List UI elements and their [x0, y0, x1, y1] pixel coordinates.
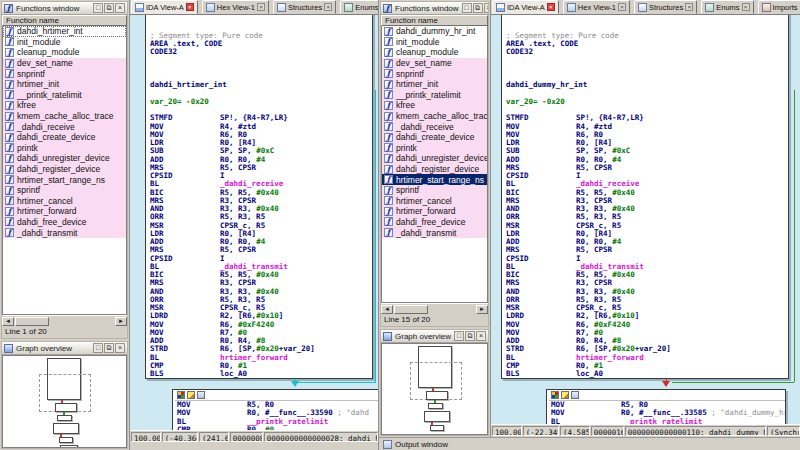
function-list-item[interactable]: ƒ _dahdi_receive [3, 121, 126, 132]
functions-window-titlebar[interactable]: ƒ Functions window □ ⧉ × [2, 2, 127, 15]
function-list-item[interactable]: ƒ kfree [382, 100, 487, 111]
node-titlebar[interactable] [549, 391, 785, 401]
output-window-tab[interactable]: Output window [379, 437, 800, 450]
function-list-item[interactable]: ƒ hrtimer_init [382, 79, 487, 90]
function-list-item[interactable]: ƒ dahdi_register_device [3, 164, 126, 175]
graph-overview-canvas[interactable] [2, 355, 127, 448]
function-list-item[interactable]: ƒ hrtimer_start_range_ns [382, 174, 487, 185]
function-list-item[interactable]: ƒ snprintf [3, 68, 126, 79]
node-color-icon[interactable] [551, 391, 559, 399]
graph-overview-titlebar[interactable]: Graph overview □ ⧉ × [381, 330, 488, 343]
graph-overview-canvas[interactable] [381, 343, 488, 435]
function-list-item[interactable]: ƒ kmem_cache_alloc_trace [382, 111, 487, 122]
function-list-item[interactable]: ƒ dev_set_name [382, 58, 487, 69]
view-tab[interactable]: IDA View-A × [131, 0, 198, 14]
function-name-column-header[interactable]: Function name [381, 15, 488, 26]
close-button[interactable]: × [484, 3, 488, 13]
function-list-item[interactable]: ƒ dahdi_hrtimer_int [3, 26, 126, 37]
function-list-item[interactable]: ƒ dahdi_free_device [3, 217, 126, 228]
tab-close-icon[interactable]: × [186, 3, 194, 11]
maximize-button[interactable]: □ [454, 331, 464, 341]
function-list-item[interactable]: ƒ dev_set_name [3, 58, 126, 69]
function-list-item[interactable]: ƒ cleanup_module [382, 47, 487, 58]
basic-block-node[interactable]: MOVR5, R0 MOVR0, #__func__.33585 ; "dahd… [546, 389, 786, 424]
function-list-item[interactable]: ƒ hrtimer_forward [3, 206, 126, 217]
function-list-item[interactable]: ƒ init_module [382, 37, 487, 48]
view-tab[interactable]: Enums × [701, 0, 753, 14]
basic-block-node[interactable]: MOVR5, R0 MOVR0, #__func__.33590 ; "dahd… [172, 389, 378, 430]
function-list-item[interactable]: ƒ dahdi_unregister_device [3, 153, 126, 164]
float-button[interactable]: ⧉ [465, 331, 475, 341]
function-list-item[interactable]: ƒ hrtimer_start_range_ns [3, 174, 126, 185]
node-xrefs-icon[interactable] [571, 391, 579, 399]
maximize-button[interactable]: □ [93, 343, 103, 353]
function-list-item[interactable]: ƒ kmem_cache_alloc_trace [3, 111, 126, 122]
graph-overview-titlebar[interactable]: Graph overview □ ⧉ × [2, 342, 127, 355]
view-tab[interactable]: Structures × [634, 0, 697, 14]
view-tab[interactable]: Imports × [758, 0, 800, 14]
view-tab[interactable]: Enums × [340, 0, 378, 14]
function-name-column-header[interactable]: Function name [2, 15, 127, 26]
function-list-item[interactable]: ƒ printk [382, 143, 487, 154]
float-button[interactable]: ⧉ [473, 3, 483, 13]
view-tab[interactable]: Hex View-1 × [202, 0, 269, 14]
tab-close-icon[interactable]: × [324, 3, 332, 11]
function-list-hscrollbar[interactable]: ◄ ► [381, 303, 488, 314]
function-list-item[interactable]: ƒ __printk_ratelimit [382, 90, 487, 101]
function-list-item[interactable]: ƒ init_module [3, 37, 126, 48]
function-list-hscrollbar[interactable]: ◄ ► [2, 315, 127, 326]
function-list-item[interactable]: ƒ kfree [3, 100, 126, 111]
function-list-item[interactable]: ƒ hrtimer_forward [382, 206, 487, 217]
tab-close-icon[interactable]: × [742, 3, 750, 11]
graph-view-canvas[interactable]: ; Byte sex : Little endian ; Segment typ… [491, 15, 800, 424]
scroll-right-arrow[interactable]: ► [115, 317, 127, 326]
float-button[interactable]: ⧉ [104, 3, 114, 13]
basic-block-node[interactable]: ; Byte sex : Little endian ; Segment typ… [145, 15, 373, 379]
scrollbar-thumb[interactable] [394, 305, 428, 314]
function-list[interactable]: ƒ dahdi_dummy_hr_int ƒ init_module ƒ [381, 26, 488, 303]
tab-close-icon[interactable]: × [547, 3, 555, 11]
function-list-item[interactable]: ƒ dahdi_unregister_device [382, 153, 487, 164]
scroll-left-arrow[interactable]: ◄ [381, 305, 393, 314]
view-tab[interactable]: Structures × [273, 0, 336, 14]
node-xrefs-icon[interactable] [197, 391, 205, 399]
tab-close-icon[interactable]: × [257, 3, 265, 11]
function-list-item[interactable]: ƒ cleanup_module [3, 47, 126, 58]
function-list-item[interactable]: ƒ _dahdi_transmit [382, 227, 487, 238]
node-color-icon[interactable] [177, 391, 185, 399]
graph-view-canvas[interactable]: ; Byte sex : Little endian ; Segment typ… [130, 15, 378, 430]
tab-close-icon[interactable]: × [618, 3, 626, 11]
view-tab[interactable]: Hex View-1 × [563, 0, 630, 14]
tab-close-icon[interactable]: × [685, 3, 693, 11]
close-button[interactable]: × [115, 343, 125, 353]
float-button[interactable]: ⧉ [104, 343, 114, 353]
function-list-item[interactable]: ƒ dahdi_create_device [382, 132, 487, 143]
node-titlebar[interactable] [175, 391, 378, 401]
function-list-item[interactable]: ƒ _dahdi_receive [382, 121, 487, 132]
function-list-item[interactable]: ƒ sprintf [382, 185, 487, 196]
function-list-item[interactable]: ƒ sprintf [3, 185, 126, 196]
function-list-item[interactable]: ƒ hrtimer_cancel [382, 196, 487, 207]
function-list-item[interactable]: ƒ dahdi_free_device [382, 217, 487, 228]
maximize-button[interactable]: □ [93, 3, 103, 13]
maximize-button[interactable]: □ [462, 3, 472, 13]
close-button[interactable]: × [115, 3, 125, 13]
node-edit-icon[interactable] [561, 391, 569, 399]
function-list-item[interactable]: ƒ __printk_ratelimit [3, 90, 126, 101]
functions-window-titlebar[interactable]: ƒ Functions window □ ⧉ × [381, 2, 488, 15]
function-list-item[interactable]: ƒ dahdi_dummy_hr_int [382, 26, 487, 37]
function-list-item[interactable]: ƒ dahdi_create_device [3, 132, 126, 143]
function-list-item[interactable]: ƒ printk [3, 143, 126, 154]
function-list-item[interactable]: ƒ dahdi_register_device [382, 164, 487, 175]
function-list-item[interactable]: ƒ hrtimer_init [3, 79, 126, 90]
function-list[interactable]: ƒ dahdi_hrtimer_int ƒ init_module ƒ [2, 26, 127, 315]
view-tab[interactable]: IDA View-A × [492, 0, 559, 14]
function-list-item[interactable]: ƒ hrtimer_cancel [3, 196, 126, 207]
scroll-right-arrow[interactable]: ► [476, 305, 488, 314]
basic-block-node[interactable]: ; Byte sex : Little endian ; Segment typ… [501, 15, 789, 379]
scroll-left-arrow[interactable]: ◄ [2, 317, 14, 326]
function-list-item[interactable]: ƒ _dahdi_transmit [3, 227, 126, 238]
scrollbar-thumb[interactable] [15, 317, 49, 326]
function-list-item[interactable]: ƒ snprintf [382, 68, 487, 79]
close-button[interactable]: × [476, 331, 486, 341]
